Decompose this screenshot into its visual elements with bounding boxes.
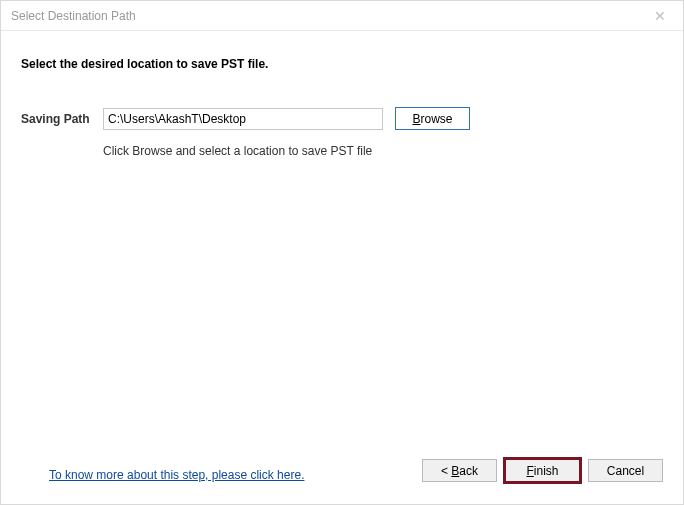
saving-path-label: Saving Path: [21, 112, 103, 126]
dialog-footer: To know more about this step, please cli…: [1, 449, 683, 504]
browse-button[interactable]: Browse: [395, 107, 470, 130]
titlebar: Select Destination Path ✕: [1, 1, 683, 31]
button-row: < Back Finish Cancel: [422, 459, 663, 482]
saving-path-input[interactable]: [103, 108, 383, 130]
saving-path-row: Saving Path Browse: [21, 107, 663, 130]
finish-button[interactable]: Finish: [505, 459, 580, 482]
select-destination-dialog: Select Destination Path ✕ Select the des…: [0, 0, 684, 505]
hint-text: Click Browse and select a location to sa…: [103, 144, 663, 158]
window-title: Select Destination Path: [9, 9, 645, 23]
cancel-button[interactable]: Cancel: [588, 459, 663, 482]
close-icon[interactable]: ✕: [645, 8, 675, 24]
back-button[interactable]: < Back: [422, 459, 497, 482]
help-link[interactable]: To know more about this step, please cli…: [49, 468, 304, 482]
instruction-text: Select the desired location to save PST …: [21, 57, 663, 71]
dialog-content: Select the desired location to save PST …: [1, 31, 683, 449]
